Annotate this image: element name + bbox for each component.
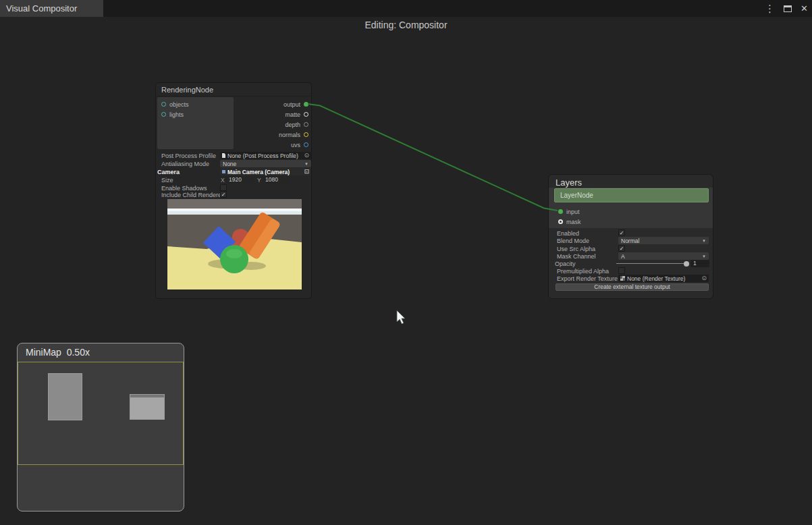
port-depth[interactable]: depth [234,119,308,130]
rendering-node: RenderingNode objects lights output matt… [155,82,312,299]
minimap-rendering-node-rect[interactable] [48,373,82,420]
tab-bar: Visual Compositor ⋮ ✕ [0,0,812,17]
blend-mode-dropdown[interactable]: Normal ▼ [618,237,709,244]
port-label: normals [279,132,300,138]
port-uvs[interactable]: uvs [234,140,308,150]
preview-scene [167,199,302,289]
port-input[interactable]: input [558,206,639,217]
axis-y-label: Y [257,177,261,184]
prop-row-camera: Camera Main Camera (Camera) ⊡ [156,168,311,176]
port-circle-uvs[interactable] [304,142,308,147]
prop-label: Use Src Alpha [557,246,595,252]
render-texture-icon [620,276,625,281]
prop-label: Size [161,177,173,184]
create-external-texture-output-button[interactable]: Create external texture output [556,283,709,291]
port-circle-input[interactable] [558,209,563,214]
enable-shadows-checkbox[interactable] [220,184,227,191]
dropdown-value: A [621,253,625,260]
port-label: matte [285,111,300,118]
opacity-slider-handle[interactable] [684,261,689,267]
object-picker-icon[interactable]: ⊙ [304,153,309,159]
port-label: uvs [291,142,300,148]
minimap-title: MiniMap 0.50x [26,347,90,358]
camera-field[interactable]: Main Camera (Camera) ⊡ [220,168,311,175]
chevron-down-icon: ▼ [702,254,706,258]
mouse-cursor [396,310,408,326]
menu-icon[interactable]: ⋮ [765,0,775,17]
prop-row-export-render-texture: Export Render Texture None (Render Textu… [549,275,713,283]
chevron-down-icon: ▼ [304,162,308,166]
minimap-panel[interactable]: MiniMap 0.50x [17,343,184,512]
port-objects[interactable]: objects [161,99,229,109]
port-circle-matte[interactable] [304,112,308,117]
field-value: None (Render Texture) [627,275,699,282]
prop-row-post-process-profile: Post Process Profile None (Post Process … [156,152,311,160]
enabled-checkbox[interactable]: ✓ [618,229,625,236]
mask-channel-dropdown[interactable]: A ▼ [618,252,709,260]
object-picker-icon[interactable]: ⊙ [701,275,707,281]
prop-row-include-child-renderers: Include Child Renderers ✓ [156,191,311,199]
prop-label: Export Render Texture [557,275,618,282]
use-src-alpha-checkbox[interactable]: ✓ [618,245,625,252]
opacity-value-field[interactable]: 1 [691,260,709,267]
port-label: input [566,209,580,215]
dropdown-value: None [223,161,236,167]
post-process-profile-field[interactable]: None (Post Process Profile) ⊙ [220,152,311,159]
port-matte[interactable]: matte [234,109,308,119]
chevron-down-icon: ▼ [702,239,706,243]
port-label: output [283,101,300,108]
layers-panel: Layers LayerNode input mask Enabled ✓ Bl… [548,174,713,299]
object-picker-icon[interactable]: ⊡ [304,169,309,175]
asset-icon [222,153,225,158]
layer-node-header[interactable]: LayerNode [554,188,709,202]
maximize-icon[interactable] [784,5,792,12]
export-render-texture-field[interactable]: None (Render Texture) ⊙ [618,275,709,282]
dropdown-value: Normal [621,238,639,244]
minimap-layer-node-header [130,395,164,397]
prop-label: Blend Mode [557,238,589,244]
port-circle-lights[interactable] [161,112,166,117]
render-preview [167,199,302,289]
field-value: None (Post Process Profile) [227,153,302,159]
port-mask[interactable]: mask [558,217,639,227]
prop-label: Premultiplied Alpha [557,268,609,275]
rendering-node-header[interactable]: RenderingNode [156,83,311,96]
port-circle-output[interactable] [304,102,308,107]
layers-panel-title: Layers [556,177,582,188]
port-circle-objects[interactable] [161,102,166,107]
visual-compositor-window: Visual Compositor ⋮ ✕ Editing: Composito… [0,0,812,525]
prop-label: Include Child Renderers [161,192,227,198]
prop-row-blend-mode: Blend Mode Normal ▼ [549,237,713,245]
port-circle-mask[interactable] [558,219,563,224]
field-value: Main Camera (Camera) [227,169,302,175]
prop-row-size: Size X 1920 Y 1080 [156,176,311,184]
include-child-renderers-checkbox[interactable]: ✓ [220,191,227,198]
prop-label: Camera [157,169,180,175]
connection-edge[interactable] [308,104,558,211]
opacity-slider-track[interactable] [616,263,688,264]
prop-label: Opacity [555,260,576,267]
close-icon[interactable]: ✕ [801,0,808,17]
port-label: mask [566,219,581,225]
preview-sphere-highlight [226,249,242,258]
port-output[interactable]: output [234,99,308,109]
port-circle-depth[interactable] [304,122,308,127]
tab-visual-compositor[interactable]: Visual Compositor [0,0,103,17]
prop-label: Antialiasing Mode [161,161,209,167]
editing-target-label: Editing: Compositor [0,20,812,30]
size-x-field[interactable]: 1920 [226,176,253,184]
antialiasing-mode-dropdown[interactable]: None ▼ [220,160,311,167]
port-lights[interactable]: lights [161,109,229,119]
port-normals[interactable]: normals [234,130,308,140]
preview-horizon-highlight [167,209,302,211]
port-circle-normals[interactable] [304,132,308,137]
port-label: lights [169,111,184,118]
prop-label: Enabled [557,230,579,237]
camera-icon [222,170,225,173]
window-controls: ⋮ ✕ [765,0,808,17]
size-y-field[interactable]: 1080 [263,176,290,184]
minimap-layer-node-rect[interactable] [130,394,165,420]
prop-label: Post Process Profile [161,153,216,159]
prop-label: Mask Channel [557,253,596,260]
premultiplied-alpha-checkbox[interactable] [618,267,625,274]
